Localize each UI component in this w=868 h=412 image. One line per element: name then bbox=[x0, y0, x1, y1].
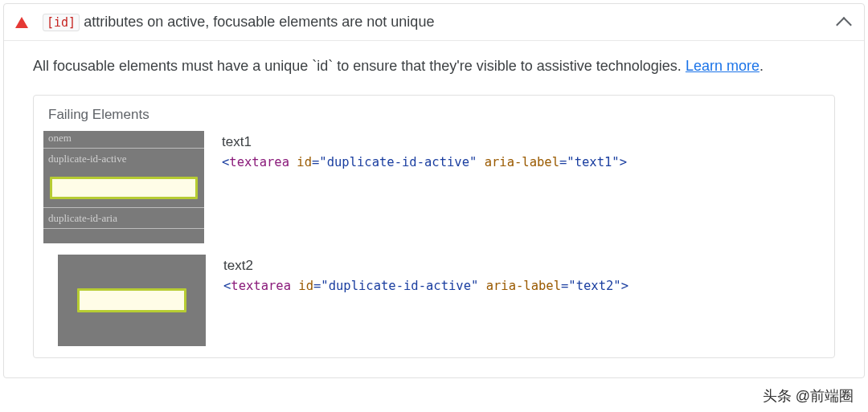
thumb-label: onem bbox=[43, 131, 204, 148]
thumb-label: duplicate-id-aria bbox=[43, 208, 204, 228]
element-screenshot-thumb[interactable] bbox=[58, 255, 206, 346]
element-code-snippet[interactable]: <textarea id="duplicate-id-active" aria-… bbox=[222, 155, 825, 169]
failing-element-meta: text2 <textarea id="duplicate-id-active"… bbox=[223, 255, 825, 293]
element-label: text1 bbox=[222, 134, 825, 150]
audit-description: All focusable elements must have a uniqu… bbox=[33, 55, 835, 77]
description-suffix: . bbox=[760, 58, 764, 74]
failing-element-row: text2 <textarea id="duplicate-id-active"… bbox=[43, 255, 825, 346]
failing-element-meta: text1 <textarea id="duplicate-id-active"… bbox=[222, 131, 825, 169]
chevron-up-icon[interactable] bbox=[836, 17, 852, 33]
element-code-snippet[interactable]: <textarea id="duplicate-id-active" aria-… bbox=[223, 279, 825, 293]
failing-elements-heading: Failing Elements bbox=[34, 96, 834, 131]
audit-item: [id] attributes on active, focusable ele… bbox=[3, 3, 865, 378]
id-badge: [id] bbox=[43, 14, 80, 31]
highlight-box-icon bbox=[50, 177, 198, 199]
thumb-label: duplicate-id-active bbox=[43, 149, 204, 169]
audit-header[interactable]: [id] attributes on active, focusable ele… bbox=[4, 4, 864, 41]
audit-title: [id] attributes on active, focusable ele… bbox=[43, 12, 838, 32]
element-label: text2 bbox=[223, 258, 825, 274]
audit-body: All focusable elements must have a uniqu… bbox=[4, 41, 864, 377]
element-screenshot-thumb[interactable]: onem duplicate-id-active duplicate-id-ar… bbox=[43, 131, 204, 243]
failing-elements-list: onem duplicate-id-active duplicate-id-ar… bbox=[34, 131, 834, 357]
audit-title-text: attributes on active, focusable elements… bbox=[80, 14, 434, 30]
learn-more-link[interactable]: Learn more bbox=[686, 58, 760, 74]
description-text: All focusable elements must have a uniqu… bbox=[33, 58, 686, 74]
highlight-box-icon bbox=[77, 288, 186, 312]
failing-element-row: onem duplicate-id-active duplicate-id-ar… bbox=[43, 131, 825, 243]
failing-elements-panel: Failing Elements onem duplicate-id-activ… bbox=[33, 95, 835, 358]
fail-triangle-icon bbox=[15, 17, 28, 28]
